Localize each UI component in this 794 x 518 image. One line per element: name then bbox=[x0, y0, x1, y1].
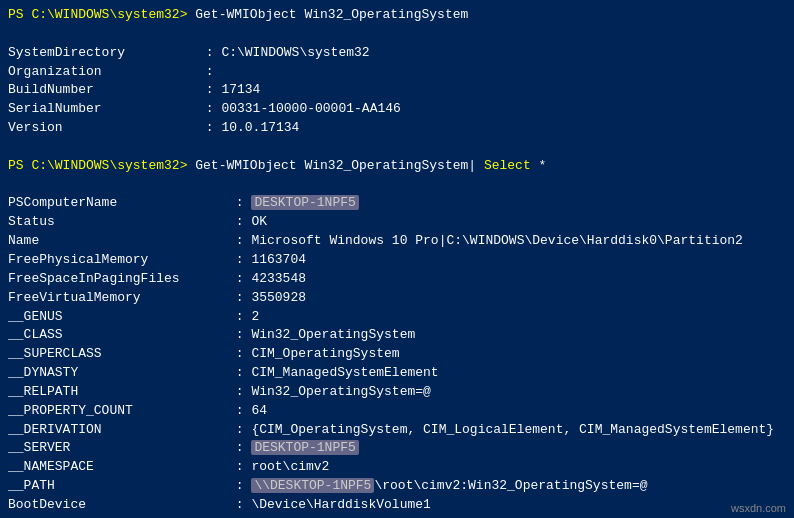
row-organization: Organization : bbox=[8, 63, 786, 82]
val-name: Microsoft Windows 10 Pro|C:\WINDOWS\Devi… bbox=[251, 233, 742, 248]
key-name: Name bbox=[8, 232, 228, 251]
key-freephysicalmemory: FreePhysicalMemory bbox=[8, 251, 228, 270]
select-keyword: Select bbox=[484, 158, 531, 173]
val-relpath: Win32_OperatingSystem=@ bbox=[251, 384, 430, 399]
row-relpath: __RELPATH : Win32_OperatingSystem=@ bbox=[8, 383, 786, 402]
key-systemdirectory: SystemDirectory bbox=[8, 44, 198, 63]
key-server: __SERVER bbox=[8, 439, 228, 458]
val-buildnumber: 17134 bbox=[221, 82, 260, 97]
key-class: __CLASS bbox=[8, 326, 228, 345]
row-freespaceinpagingfiles: FreeSpaceInPagingFiles : 4233548 bbox=[8, 270, 786, 289]
sep: : bbox=[228, 346, 251, 361]
key-namespace: __NAMESPACE bbox=[8, 458, 228, 477]
sep: : bbox=[228, 309, 251, 324]
val-freespaceinpagingfiles: 4233548 bbox=[251, 271, 306, 286]
val-freevirtualmemory: 3550928 bbox=[251, 290, 306, 305]
row-name: Name : Microsoft Windows 10 Pro|C:\WINDO… bbox=[8, 232, 786, 251]
command-line-1: PS C:\WINDOWS\system32> Get-WMIObject Wi… bbox=[8, 6, 786, 25]
row-serialnumber: SerialNumber : 00331-10000-00001-AA146 bbox=[8, 100, 786, 119]
val-superclass: CIM_OperatingSystem bbox=[251, 346, 399, 361]
prompt-2: PS C:\WINDOWS\system32> bbox=[8, 158, 187, 173]
row-namespace: __NAMESPACE : root\cimv2 bbox=[8, 458, 786, 477]
sep: : bbox=[198, 120, 221, 135]
row-version: Version : 10.0.17134 bbox=[8, 119, 786, 138]
cmd-2b: * bbox=[531, 158, 547, 173]
val-systemdirectory: C:\WINDOWS\system32 bbox=[221, 45, 369, 60]
sep: : bbox=[228, 478, 251, 493]
key-property-count: __PROPERTY_COUNT bbox=[8, 402, 228, 421]
key-freespaceinpagingfiles: FreeSpaceInPagingFiles bbox=[8, 270, 228, 289]
val-path-blurred: \\DESKTOP-1NPF5 bbox=[251, 478, 374, 493]
blank-2 bbox=[8, 138, 786, 157]
val-dynasty: CIM_ManagedSystemElement bbox=[251, 365, 438, 380]
val-version: 10.0.17134 bbox=[221, 120, 299, 135]
cmd-1: Get-WMIObject Win32_OperatingSystem bbox=[187, 7, 468, 22]
blank-1 bbox=[8, 25, 786, 44]
sep: : bbox=[228, 252, 251, 267]
val-property-count: 64 bbox=[251, 403, 267, 418]
val-namespace: root\cimv2 bbox=[251, 459, 329, 474]
row-dynasty: __DYNASTY : CIM_ManagedSystemElement bbox=[8, 364, 786, 383]
val-freephysicalmemory: 1163704 bbox=[251, 252, 306, 267]
key-bootdevice: BootDevice bbox=[8, 496, 228, 515]
key-relpath: __RELPATH bbox=[8, 383, 228, 402]
sep: : bbox=[198, 64, 221, 79]
sep: : bbox=[228, 422, 251, 437]
blank-3 bbox=[8, 176, 786, 195]
row-property-count: __PROPERTY_COUNT : 64 bbox=[8, 402, 786, 421]
sep: : bbox=[228, 403, 251, 418]
row-derivation: __DERIVATION : {CIM_OperatingSystem, CIM… bbox=[8, 421, 786, 440]
sep: : bbox=[228, 497, 251, 512]
row-server: __SERVER : DESKTOP-1NPF5 bbox=[8, 439, 786, 458]
row-freephysicalmemory: FreePhysicalMemory : 1163704 bbox=[8, 251, 786, 270]
val-path-rest: \root\cimv2:Win32_OperatingSystem=@ bbox=[374, 478, 647, 493]
key-buildnumber: BuildNumber bbox=[8, 81, 198, 100]
row-freevirtualmemory: FreeVirtualMemory : 3550928 bbox=[8, 289, 786, 308]
prompt-1: PS C:\WINDOWS\system32> bbox=[8, 7, 187, 22]
val-class: Win32_OperatingSystem bbox=[251, 327, 415, 342]
key-status: Status bbox=[8, 213, 228, 232]
key-serialnumber: SerialNumber bbox=[8, 100, 198, 119]
key-pscomputername: PSComputerName bbox=[8, 194, 228, 213]
sep: : bbox=[228, 327, 251, 342]
sep: : bbox=[198, 82, 221, 97]
val-bootdevice: \Device\HarddiskVolume1 bbox=[251, 497, 430, 512]
row-class: __CLASS : Win32_OperatingSystem bbox=[8, 326, 786, 345]
row-bootdevice: BootDevice : \Device\HarddiskVolume1 bbox=[8, 496, 786, 515]
key-dynasty: __DYNASTY bbox=[8, 364, 228, 383]
key-derivation: __DERIVATION bbox=[8, 421, 228, 440]
row-status: Status : OK bbox=[8, 213, 786, 232]
sep: : bbox=[228, 440, 251, 455]
row-path: __PATH : \\DESKTOP-1NPF5\root\cimv2:Win3… bbox=[8, 477, 786, 496]
key-organization: Organization bbox=[8, 63, 198, 82]
command-line-2: PS C:\WINDOWS\system32> Get-WMIObject Wi… bbox=[8, 157, 786, 176]
row-genus: __GENUS : 2 bbox=[8, 308, 786, 327]
val-genus: 2 bbox=[251, 309, 259, 324]
sep: : bbox=[228, 384, 251, 399]
sep: : bbox=[198, 45, 221, 60]
watermark: wsxdn.com bbox=[731, 502, 786, 514]
val-status: OK bbox=[251, 214, 267, 229]
sep: : bbox=[228, 271, 251, 286]
terminal-window: PS C:\WINDOWS\system32> Get-WMIObject Wi… bbox=[0, 0, 794, 518]
sep: : bbox=[228, 365, 251, 380]
row-buildnumber: BuildNumber : 17134 bbox=[8, 81, 786, 100]
val-server: DESKTOP-1NPF5 bbox=[251, 440, 358, 455]
key-path: __PATH bbox=[8, 477, 228, 496]
key-genus: __GENUS bbox=[8, 308, 228, 327]
sep: : bbox=[228, 290, 251, 305]
row-pscomputername: PSComputerName : DESKTOP-1NPF5 bbox=[8, 194, 786, 213]
val-pscomputername: DESKTOP-1NPF5 bbox=[251, 195, 358, 210]
key-freevirtualmemory: FreeVirtualMemory bbox=[8, 289, 228, 308]
sep: : bbox=[228, 233, 251, 248]
sep: : bbox=[228, 214, 251, 229]
sep: : bbox=[228, 459, 251, 474]
cmd-2a: Get-WMIObject Win32_OperatingSystem| bbox=[187, 158, 483, 173]
sep: : bbox=[228, 195, 251, 210]
key-superclass: __SUPERCLASS bbox=[8, 345, 228, 364]
val-serialnumber: 00331-10000-00001-AA146 bbox=[221, 101, 400, 116]
row-superclass: __SUPERCLASS : CIM_OperatingSystem bbox=[8, 345, 786, 364]
row-systemdirectory: SystemDirectory : C:\WINDOWS\system32 bbox=[8, 44, 786, 63]
sep: : bbox=[198, 101, 221, 116]
key-version: Version bbox=[8, 119, 198, 138]
